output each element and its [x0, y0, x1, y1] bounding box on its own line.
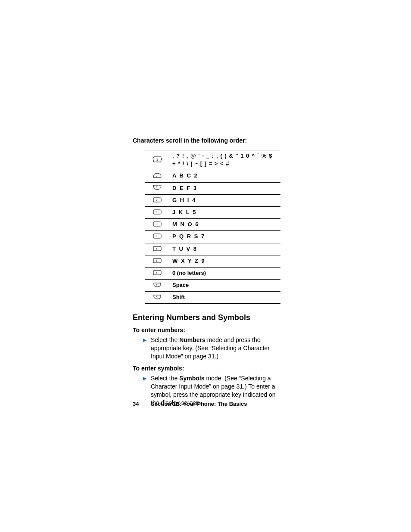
key-8-icon: 8	[153, 246, 162, 252]
symbols-subhead: To enter symbols:	[133, 365, 278, 372]
table-row: 5 J K L 5	[145, 206, 280, 218]
key-cell: 8	[145, 243, 170, 255]
text-pre: Select the	[151, 375, 179, 382]
key-9-icon: 9	[153, 258, 162, 264]
table-row: 3 D E F 3	[145, 182, 280, 194]
table-row: 2 A B C 2	[145, 170, 280, 182]
char-cell: W X Y Z 9	[170, 255, 280, 267]
character-order-table: 1 . ? ! , @ ' - _ : ; ( ) & " 1 0 ^ ` % …	[145, 150, 280, 304]
key-7-icon: 7	[153, 233, 162, 240]
char-cell: T U V 8	[170, 243, 280, 255]
key-3-icon: 3	[153, 184, 162, 192]
table-row: # Space	[145, 280, 280, 292]
char-cell: 0 (no letters)	[170, 267, 280, 279]
table-row: 4 G H I 4	[145, 194, 280, 206]
page-content: Characters scroll in the following order…	[0, 0, 411, 532]
text-pre: Select the	[151, 336, 179, 343]
footer-section: Section 1B: Your Phone: The Basics	[151, 401, 247, 407]
svg-text:5: 5	[156, 211, 158, 214]
char-cell: Shift	[170, 292, 280, 304]
key-cell: 2	[145, 170, 170, 182]
char-cell: D E F 3	[170, 182, 280, 194]
key-cell: 6	[145, 219, 170, 231]
key-cell: 7	[145, 231, 170, 243]
svg-text:4: 4	[156, 199, 158, 202]
key-cell: 9	[145, 255, 170, 267]
key-cell: 5	[145, 206, 170, 218]
svg-text:3: 3	[156, 186, 158, 189]
key-cell: 1	[145, 150, 170, 170]
numbers-bullet: ▶ Select the Numbers mode and press the …	[143, 336, 278, 361]
svg-text:*: *	[156, 296, 157, 298]
char-cell: Space	[170, 280, 280, 292]
key-cell: 4	[145, 194, 170, 206]
key-cell: *	[145, 292, 170, 304]
char-cell: . ? ! , @ ' - _ : ; ( ) & " 1 0 ^ ` % $ …	[170, 150, 280, 170]
svg-text:9: 9	[156, 260, 158, 262]
key-space-icon: #	[153, 282, 162, 289]
key-1-icon: 1	[153, 156, 162, 164]
key-cell: 3	[145, 182, 170, 194]
table-row: 6 M N O 6	[145, 219, 280, 231]
key-0-icon: 0	[153, 270, 162, 277]
key-5-icon: 5	[153, 209, 162, 216]
table-row: 8 T U V 8	[145, 243, 280, 255]
page-number: 34	[133, 401, 139, 407]
table-row: 7 P Q R S 7	[145, 231, 280, 243]
char-cell: P Q R S 7	[170, 231, 280, 243]
svg-text:1: 1	[156, 158, 158, 161]
table-row: * Shift	[145, 292, 280, 304]
key-2-icon: 2	[153, 172, 162, 180]
svg-text:2: 2	[156, 174, 158, 177]
char-cell: G H I 4	[170, 194, 280, 206]
char-cell: M N O 6	[170, 219, 280, 231]
key-cell: 0	[145, 267, 170, 279]
numbers-subhead: To enter numbers:	[133, 327, 278, 333]
bullet-arrow-icon: ▶	[143, 336, 151, 361]
svg-text:#: #	[156, 283, 158, 286]
svg-text:7: 7	[156, 235, 158, 238]
svg-text:6: 6	[156, 223, 158, 226]
key-6-icon: 6	[153, 221, 162, 228]
table-row: 9 W X Y Z 9	[145, 255, 280, 267]
char-cell: J K L 5	[170, 206, 280, 218]
key-4-icon: 4	[153, 197, 162, 204]
table-row: 0 0 (no letters)	[145, 267, 280, 279]
page-footer: 34 Section 1B: Your Phone: The Basics	[133, 401, 247, 407]
section-heading: Entering Numbers and Symbols	[133, 313, 278, 322]
text-bold: Numbers	[179, 336, 206, 343]
table-row: 1 . ? ! , @ ' - _ : ; ( ) & " 1 0 ^ ` % …	[145, 150, 280, 170]
svg-text:8: 8	[156, 248, 158, 250]
char-cell: A B C 2	[170, 170, 280, 182]
text-bold: Symbols	[179, 375, 204, 382]
key-cell: #	[145, 280, 170, 292]
svg-text:0: 0	[156, 272, 158, 274]
key-shift-icon: *	[153, 294, 162, 301]
intro-text: Characters scroll in the following order…	[133, 137, 278, 144]
numbers-bullet-text: Select the Numbers mode and press the ap…	[151, 336, 278, 361]
